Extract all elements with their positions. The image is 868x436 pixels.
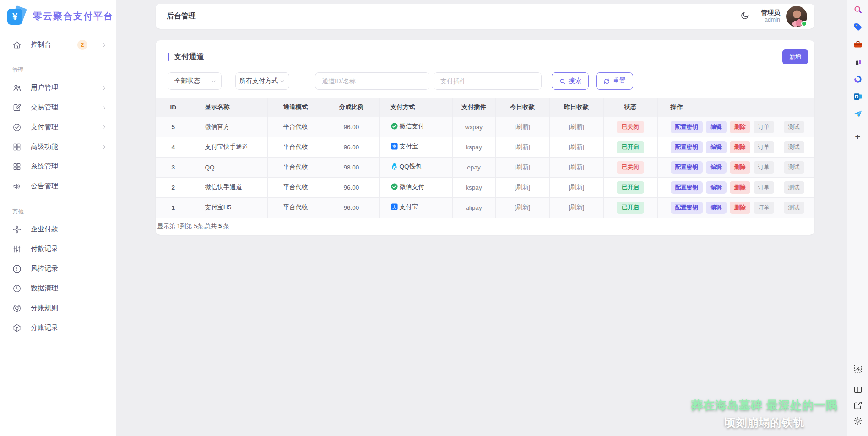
sidebar-item-数据清理[interactable]: 数据清理 [0, 278, 116, 298]
order-button[interactable]: 订单 [754, 121, 774, 133]
table-row: 3QQ平台代收98.00QQ钱包epay[刷新][刷新]已关闭配置密钥编辑删除订… [156, 157, 814, 177]
alert-icon [12, 264, 22, 273]
order-button[interactable]: 订单 [754, 181, 774, 194]
config-keys-button[interactable]: 配置密钥 [671, 202, 703, 214]
yesterday-income-refresh-link[interactable]: [刷新] [569, 164, 585, 170]
sidebar-item-风控记录[interactable]: 风控记录 [0, 259, 116, 278]
test-button[interactable]: 测试 [784, 181, 804, 194]
cell-split-ratio: 96.00 [324, 117, 379, 137]
column-header: 今日收款 [495, 98, 549, 117]
video-subtitles: 葬在海岛墓碑 最深处的一隅 顷刻崩塌的铁轨 [687, 398, 842, 430]
edit-button[interactable]: 编辑 [706, 121, 727, 133]
cell-actions: 配置密钥编辑删除订单测试 [657, 117, 814, 137]
brand-logo-icon: ¥ [7, 6, 27, 26]
yesterday-income-refresh-link[interactable]: [刷新] [569, 204, 585, 211]
qq-wallet-icon [391, 163, 398, 170]
sidebar-item-高级功能[interactable]: 高级功能 [0, 137, 116, 157]
add-button[interactable]: 新增 [782, 49, 808, 64]
config-keys-button[interactable]: 配置密钥 [671, 141, 703, 153]
today-income-refresh-link[interactable]: [刷新] [515, 184, 531, 191]
today-income-cell: [刷新] [495, 137, 549, 157]
sidebar-item-系统管理[interactable]: 系统管理 [0, 157, 116, 176]
user-role: admin [761, 16, 780, 24]
rail-toolbox-icon[interactable] [853, 39, 863, 49]
order-button[interactable]: 订单 [754, 161, 774, 174]
config-keys-button[interactable]: 配置密钥 [671, 121, 703, 133]
today-income-refresh-link[interactable]: [刷新] [515, 143, 531, 150]
delete-button[interactable]: 删除 [730, 202, 750, 214]
today-income-refresh-link[interactable]: [刷新] [515, 123, 531, 130]
status-badge: 已开启 [617, 202, 644, 214]
test-button[interactable]: 测试 [784, 121, 804, 133]
test-button[interactable]: 测试 [784, 161, 804, 174]
column-header: 支付插件 [452, 98, 495, 117]
cell-display-name: 支付宝快手通道 [191, 137, 267, 157]
brand-logo: ¥ 零云聚合支付平台 [0, 5, 116, 30]
today-income-cell: [刷新] [495, 117, 549, 137]
reset-button[interactable]: 重置 [596, 72, 633, 90]
rail-chess-icon[interactable] [853, 57, 863, 67]
sidebar-item-支付管理[interactable]: 支付管理 [0, 117, 116, 137]
cell-display-name: 微信快手通道 [191, 177, 267, 197]
delete-button[interactable]: 删除 [730, 181, 750, 194]
sidebar-item-用户管理[interactable]: 用户管理 [0, 78, 116, 98]
sidebar-item-付款记录[interactable]: 付款记录 [0, 239, 116, 259]
cell-id: 3 [156, 157, 191, 177]
svg-text:支: 支 [392, 204, 396, 209]
sidebar-item-企业付款[interactable]: 企业付款 [0, 219, 116, 239]
delete-button[interactable]: 删除 [730, 141, 750, 153]
rail-settings-icon[interactable] [853, 416, 863, 426]
home-icon [12, 40, 22, 49]
test-button[interactable]: 测试 [784, 141, 804, 153]
search-button[interactable]: 搜索 [552, 72, 589, 90]
edit-button[interactable]: 编辑 [706, 181, 727, 194]
topbar: 后台管理 管理员 admin [156, 4, 814, 29]
chevron-right-icon [101, 144, 108, 150]
today-income-cell: [刷新] [495, 157, 549, 177]
sidebar-item-公告管理[interactable]: 公告管理 [0, 176, 116, 196]
rail-split-view-icon[interactable] [853, 385, 863, 395]
order-button[interactable]: 订单 [754, 202, 774, 214]
edit-button[interactable]: 编辑 [706, 161, 727, 174]
chevron-right-icon [101, 124, 108, 131]
sidebar-item-label: 高级功能 [31, 142, 92, 151]
sidebar-item-分账记录[interactable]: 分账记录 [0, 318, 116, 338]
cell-display-name: 微信官方 [191, 117, 267, 137]
alipay-icon: 支 [391, 203, 398, 211]
delete-button[interactable]: 删除 [730, 121, 750, 133]
rail-external-link-icon[interactable] [853, 400, 863, 410]
cell-status: 已开启 [603, 177, 657, 197]
test-button[interactable]: 测试 [784, 202, 804, 214]
payment-method-filter-select[interactable]: 所有支付方式 [235, 72, 289, 90]
sidebar-item-交易管理[interactable]: 交易管理 [0, 98, 116, 117]
yesterday-income-refresh-link[interactable]: [刷新] [569, 123, 585, 130]
yesterday-income-cell: [刷新] [549, 157, 603, 177]
edit-button[interactable]: 编辑 [706, 141, 727, 153]
rail-snip-icon[interactable] [853, 364, 863, 374]
config-keys-button[interactable]: 配置密钥 [671, 161, 703, 174]
rail-plus-icon[interactable]: + [853, 132, 863, 142]
today-income-refresh-link[interactable]: [刷新] [515, 164, 531, 170]
sidebar-item-dashboard[interactable]: 控制台 2 [0, 35, 116, 54]
edit-button[interactable]: 编辑 [706, 202, 727, 214]
order-button[interactable]: 订单 [754, 141, 774, 153]
cell-status: 已开启 [603, 197, 657, 218]
rail-outlook-icon[interactable] [853, 92, 863, 102]
rail-send-icon[interactable] [853, 109, 863, 119]
column-header: 昨日收款 [549, 98, 603, 117]
channel-search-input[interactable] [315, 72, 429, 90]
sidebar-item-label: 系统管理 [31, 162, 108, 171]
rail-search-icon[interactable] [853, 5, 863, 15]
yesterday-income-refresh-link[interactable]: [刷新] [569, 143, 585, 150]
plugin-search-input[interactable] [434, 72, 542, 90]
dark-mode-toggle[interactable] [739, 11, 751, 22]
config-keys-button[interactable]: 配置密钥 [671, 181, 703, 194]
status-filter-select[interactable]: 全部状态 [168, 72, 222, 90]
sidebar-item-分账规则[interactable]: 分账规则 [0, 298, 116, 318]
rail-tag-icon[interactable] [853, 22, 863, 32]
rail-loop-icon[interactable] [853, 74, 863, 84]
yesterday-income-refresh-link[interactable]: [刷新] [569, 184, 585, 191]
avatar[interactable] [786, 6, 807, 27]
today-income-refresh-link[interactable]: [刷新] [515, 204, 531, 211]
delete-button[interactable]: 删除 [730, 161, 750, 174]
